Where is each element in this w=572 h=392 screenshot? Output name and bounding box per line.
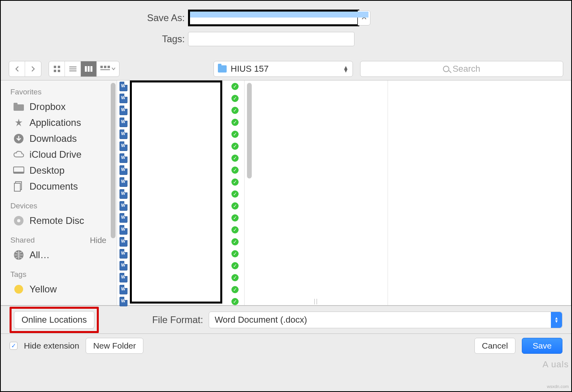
- word-doc-icon: [119, 189, 127, 199]
- sidebar-item-downloads[interactable]: Downloads: [1, 131, 117, 147]
- svg-rect-18: [14, 172, 24, 173]
- svg-rect-10: [100, 66, 103, 68]
- location-popup[interactable]: HIUS 157 ▲▼: [214, 61, 353, 77]
- file-column-2[interactable]: ||: [245, 80, 388, 305]
- sync-check-icon: ✓: [231, 226, 239, 233]
- back-button[interactable]: [9, 61, 25, 76]
- sync-check-icon: ✓: [231, 274, 239, 281]
- sync-check-icon: ✓: [231, 119, 239, 126]
- shared-hide-button[interactable]: Hide: [90, 236, 106, 245]
- documents-icon: [13, 181, 25, 192]
- file-format-select[interactable]: Word Document (.docx) ▲▼: [209, 312, 562, 328]
- sidebar-item-icloud[interactable]: iCloud Drive: [1, 147, 117, 163]
- hide-extension-checkbox[interactable]: [10, 342, 18, 350]
- sidebar-item-remote-disc[interactable]: Remote Disc: [1, 213, 117, 229]
- sidebar-item-tag-yellow[interactable]: Yellow: [1, 281, 117, 297]
- tags-input[interactable]: [188, 32, 355, 46]
- word-doc-icon: [119, 94, 127, 103]
- word-doc-icon: [119, 82, 127, 91]
- chevron-down-icon: [112, 67, 116, 71]
- sync-check-icon: ✓: [231, 202, 239, 210]
- sync-check-icon: ✓: [231, 190, 239, 198]
- sidebar-item-desktop[interactable]: Desktop: [1, 163, 117, 178]
- sync-check-icon: ✓: [231, 214, 239, 221]
- search-field[interactable]: Search: [360, 61, 563, 77]
- column-scrollbar[interactable]: [247, 83, 252, 178]
- new-folder-label: New Folder: [93, 341, 136, 351]
- sidebar-item-documents[interactable]: Documents: [1, 178, 117, 194]
- sync-check-icon: ✓: [231, 107, 239, 114]
- word-doc-icon: [119, 237, 127, 247]
- chevron-left-icon: [15, 66, 20, 72]
- save-dialog: Save As: Tags:: [0, 0, 572, 392]
- file-format-value: Word Document (.docx): [215, 315, 307, 325]
- word-doc-icon: [119, 177, 127, 187]
- sidebar-item-label: Desktop: [29, 165, 65, 176]
- sync-check-icon: ✓: [231, 83, 239, 90]
- gallery-view-button[interactable]: [97, 61, 119, 76]
- file-column-3[interactable]: [388, 80, 571, 305]
- svg-rect-11: [104, 66, 106, 68]
- sync-check-icon: ✓: [231, 286, 239, 293]
- list-view-button[interactable]: [65, 61, 81, 76]
- header: Save As: Tags:: [1, 1, 571, 57]
- svg-rect-13: [100, 69, 110, 70]
- new-folder-button[interactable]: New Folder: [86, 338, 143, 354]
- sidebar-item-label: All…: [29, 249, 50, 261]
- sidebar-item-dropbox[interactable]: Dropbox: [1, 99, 117, 115]
- sync-check-icon: ✓: [231, 238, 239, 245]
- save-label: Save: [533, 341, 552, 351]
- cancel-button[interactable]: Cancel: [474, 338, 515, 354]
- folder-icon: [218, 65, 227, 73]
- save-button[interactable]: Save: [522, 338, 562, 354]
- folder-icon: [13, 102, 25, 112]
- sync-check-icon: ✓: [231, 155, 239, 162]
- footer: Hide extension New Folder Cancel Save: [1, 333, 571, 357]
- sidebar-scrollbar[interactable]: [111, 83, 116, 238]
- online-locations-label: Online Locations: [22, 315, 87, 325]
- svg-rect-7: [85, 66, 87, 72]
- online-locations-button[interactable]: Online Locations: [14, 311, 94, 329]
- icon-view-button[interactable]: [49, 61, 65, 76]
- word-doc-icon: [119, 201, 127, 211]
- word-doc-icon: [119, 118, 127, 127]
- tag-color-icon: [13, 284, 25, 294]
- sidebar-item-applications[interactable]: Applications: [1, 115, 117, 131]
- forward-button[interactable]: [25, 61, 41, 76]
- svg-rect-6: [69, 71, 76, 71]
- browser-body: Favorites Dropbox Applications Downloads…: [1, 80, 571, 305]
- word-doc-icon: [119, 165, 127, 175]
- sidebar-item-label: iCloud Drive: [29, 149, 82, 160]
- file-column-1[interactable]: ✓✓✓✓✓✓✓✓✓✓✓✓✓✓✓✓✓✓✓: [117, 80, 245, 305]
- tags-section-title: Tags: [1, 263, 117, 281]
- applications-icon: [13, 118, 25, 128]
- sync-check-icon: ✓: [231, 298, 239, 305]
- search-icon: [443, 66, 449, 72]
- svg-point-22: [17, 219, 20, 222]
- sync-check-icon: ✓: [231, 262, 239, 269]
- desktop-icon: [13, 165, 25, 176]
- word-doc-icon: [119, 141, 127, 151]
- word-doc-icon: [119, 153, 127, 163]
- sync-check-icon: ✓: [231, 95, 239, 102]
- shared-section-title: Shared Hide: [1, 229, 117, 247]
- svg-rect-5: [69, 69, 76, 69]
- favorites-section-title: Favorites: [1, 80, 117, 99]
- grid-icon: [53, 65, 61, 73]
- sync-check-icon: ✓: [231, 178, 239, 186]
- svg-rect-2: [54, 70, 56, 72]
- word-doc-icon: [119, 261, 127, 270]
- svg-rect-3: [58, 70, 60, 72]
- column-view-button[interactable]: [81, 61, 97, 76]
- sidebar-item-network-all[interactable]: All…: [1, 247, 117, 263]
- column-resize-handle[interactable]: ||: [314, 298, 318, 304]
- list-icon: [69, 66, 76, 72]
- redaction-box: [130, 80, 222, 304]
- hide-extension-label: Hide extension: [24, 341, 79, 351]
- word-doc-icon: [119, 106, 127, 115]
- svg-rect-15: [14, 103, 18, 105]
- svg-rect-20: [14, 183, 20, 191]
- sidebar-item-label: Applications: [29, 117, 81, 128]
- save-as-label: Save As:: [1, 12, 188, 24]
- sync-check-icon: ✓: [231, 167, 239, 174]
